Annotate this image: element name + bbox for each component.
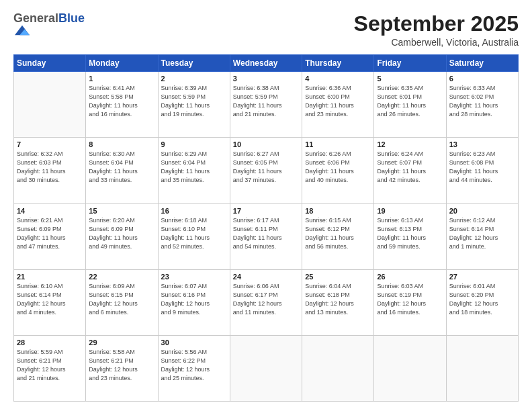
day-number: 12 (377, 140, 443, 148)
calendar-cell: 4Sunrise: 6:36 AM Sunset: 6:00 PM Daylig… (302, 72, 374, 138)
calendar-cell: 5Sunrise: 6:35 AM Sunset: 6:01 PM Daylig… (374, 72, 446, 138)
day-number: 29 (89, 338, 154, 347)
day-number: 8 (89, 140, 154, 148)
day-number: 19 (377, 207, 443, 215)
day-number: 13 (449, 140, 515, 148)
calendar-cell: 13Sunrise: 6:23 AM Sunset: 6:08 PM Dayli… (446, 138, 518, 203)
day-info: Sunrise: 6:38 AM Sunset: 5:59 PM Dayligh… (233, 84, 299, 119)
day-info: Sunrise: 6:01 AM Sunset: 6:20 PM Dayligh… (449, 282, 515, 317)
calendar-cell: 10Sunrise: 6:27 AM Sunset: 6:05 PM Dayli… (230, 138, 302, 203)
calendar-cell: 19Sunrise: 6:13 AM Sunset: 6:13 PM Dayli… (374, 203, 446, 269)
day-number: 1 (89, 75, 154, 83)
calendar-cell (14, 72, 86, 138)
calendar-cell: 29Sunrise: 5:58 AM Sunset: 6:21 PM Dayli… (86, 335, 158, 401)
title-block: September 2025 Camberwell, Victoria, Aus… (354, 12, 519, 48)
day-info: Sunrise: 6:17 AM Sunset: 6:11 PM Dayligh… (233, 216, 299, 251)
calendar-cell (374, 335, 446, 401)
calendar-week-row: 1Sunrise: 6:41 AM Sunset: 5:58 PM Daylig… (14, 72, 519, 138)
header: GeneralBlue September 2025 Camberwell, V… (13, 12, 519, 48)
calendar-week-row: 14Sunrise: 6:21 AM Sunset: 6:09 PM Dayli… (14, 203, 519, 269)
calendar-cell: 14Sunrise: 6:21 AM Sunset: 6:09 PM Dayli… (14, 203, 86, 269)
day-number: 18 (305, 207, 371, 215)
day-info: Sunrise: 6:30 AM Sunset: 6:04 PM Dayligh… (89, 150, 154, 185)
calendar-cell: 8Sunrise: 6:30 AM Sunset: 6:04 PM Daylig… (86, 138, 158, 203)
day-info: Sunrise: 6:32 AM Sunset: 6:03 PM Dayligh… (17, 150, 83, 185)
day-number: 10 (233, 140, 299, 148)
day-number: 26 (377, 273, 443, 281)
day-info: Sunrise: 5:59 AM Sunset: 6:21 PM Dayligh… (17, 348, 83, 383)
logo-blue: Blue (58, 11, 85, 25)
day-info: Sunrise: 6:20 AM Sunset: 6:09 PM Dayligh… (89, 216, 154, 251)
day-info: Sunrise: 6:10 AM Sunset: 6:14 PM Dayligh… (17, 282, 83, 317)
weekday-header-sunday: Sunday (14, 55, 86, 72)
calendar-cell: 18Sunrise: 6:15 AM Sunset: 6:12 PM Dayli… (302, 203, 374, 269)
calendar-cell (302, 335, 374, 401)
calendar-cell: 28Sunrise: 5:59 AM Sunset: 6:21 PM Dayli… (14, 335, 86, 401)
calendar-cell: 21Sunrise: 6:10 AM Sunset: 6:14 PM Dayli… (14, 269, 86, 335)
month-title: September 2025 (354, 12, 519, 36)
day-info: Sunrise: 6:39 AM Sunset: 5:59 PM Dayligh… (161, 84, 227, 119)
day-info: Sunrise: 6:12 AM Sunset: 6:14 PM Dayligh… (449, 216, 515, 251)
calendar-week-row: 28Sunrise: 5:59 AM Sunset: 6:21 PM Dayli… (14, 335, 519, 401)
day-number: 4 (305, 75, 371, 83)
day-info: Sunrise: 6:21 AM Sunset: 6:09 PM Dayligh… (17, 216, 83, 251)
day-info: Sunrise: 6:07 AM Sunset: 6:16 PM Dayligh… (161, 282, 227, 317)
weekday-header-row: SundayMondayTuesdayWednesdayThursdayFrid… (14, 55, 519, 72)
weekday-header-thursday: Thursday (302, 55, 374, 72)
page: GeneralBlue September 2025 Camberwell, V… (0, 0, 532, 411)
calendar-cell: 27Sunrise: 6:01 AM Sunset: 6:20 PM Dayli… (446, 269, 518, 335)
calendar-cell: 1Sunrise: 6:41 AM Sunset: 5:58 PM Daylig… (86, 72, 158, 138)
calendar-cell: 17Sunrise: 6:17 AM Sunset: 6:11 PM Dayli… (230, 203, 302, 269)
day-info: Sunrise: 6:13 AM Sunset: 6:13 PM Dayligh… (377, 216, 443, 251)
day-info: Sunrise: 6:41 AM Sunset: 5:58 PM Dayligh… (89, 84, 154, 119)
day-number: 6 (449, 75, 515, 83)
day-info: Sunrise: 6:15 AM Sunset: 6:12 PM Dayligh… (305, 216, 371, 251)
calendar-cell: 11Sunrise: 6:26 AM Sunset: 6:06 PM Dayli… (302, 138, 374, 203)
day-number: 30 (161, 338, 227, 347)
calendar-cell: 20Sunrise: 6:12 AM Sunset: 6:14 PM Dayli… (446, 203, 518, 269)
day-number: 14 (17, 207, 83, 215)
day-number: 16 (161, 207, 227, 215)
day-info: Sunrise: 6:03 AM Sunset: 6:19 PM Dayligh… (377, 282, 443, 317)
day-info: Sunrise: 6:24 AM Sunset: 6:07 PM Dayligh… (377, 150, 443, 185)
day-info: Sunrise: 6:29 AM Sunset: 6:04 PM Dayligh… (161, 150, 227, 185)
day-info: Sunrise: 6:35 AM Sunset: 6:01 PM Dayligh… (377, 84, 443, 119)
day-number: 3 (233, 75, 299, 83)
logo: GeneralBlue (13, 12, 85, 40)
calendar-cell: 26Sunrise: 6:03 AM Sunset: 6:19 PM Dayli… (374, 269, 446, 335)
day-info: Sunrise: 6:27 AM Sunset: 6:05 PM Dayligh… (233, 150, 299, 185)
day-info: Sunrise: 6:09 AM Sunset: 6:15 PM Dayligh… (89, 282, 154, 317)
calendar-cell: 7Sunrise: 6:32 AM Sunset: 6:03 PM Daylig… (14, 138, 86, 203)
day-number: 21 (17, 273, 83, 281)
weekday-header-wednesday: Wednesday (230, 55, 302, 72)
weekday-header-saturday: Saturday (446, 55, 518, 72)
day-number: 24 (233, 273, 299, 281)
day-info: Sunrise: 6:23 AM Sunset: 6:08 PM Dayligh… (449, 150, 515, 185)
day-info: Sunrise: 6:06 AM Sunset: 6:17 PM Dayligh… (233, 282, 299, 317)
day-number: 17 (233, 207, 299, 215)
day-info: Sunrise: 6:36 AM Sunset: 6:00 PM Dayligh… (305, 84, 371, 119)
day-info: Sunrise: 5:58 AM Sunset: 6:21 PM Dayligh… (89, 348, 154, 383)
calendar-cell: 6Sunrise: 6:33 AM Sunset: 6:02 PM Daylig… (446, 72, 518, 138)
day-info: Sunrise: 6:33 AM Sunset: 6:02 PM Dayligh… (449, 84, 515, 119)
day-number: 22 (89, 273, 154, 281)
calendar-cell: 25Sunrise: 6:04 AM Sunset: 6:18 PM Dayli… (302, 269, 374, 335)
weekday-header-monday: Monday (86, 55, 158, 72)
calendar-cell (446, 335, 518, 401)
day-info: Sunrise: 6:26 AM Sunset: 6:06 PM Dayligh… (305, 150, 371, 185)
calendar-cell: 12Sunrise: 6:24 AM Sunset: 6:07 PM Dayli… (374, 138, 446, 203)
weekday-header-tuesday: Tuesday (158, 55, 230, 72)
weekday-header-friday: Friday (374, 55, 446, 72)
location: Camberwell, Victoria, Australia (354, 37, 519, 48)
calendar-cell: 30Sunrise: 5:56 AM Sunset: 6:22 PM Dayli… (158, 335, 230, 401)
calendar-cell: 15Sunrise: 6:20 AM Sunset: 6:09 PM Dayli… (86, 203, 158, 269)
calendar-week-row: 21Sunrise: 6:10 AM Sunset: 6:14 PM Dayli… (14, 269, 519, 335)
day-number: 2 (161, 75, 227, 83)
day-info: Sunrise: 6:18 AM Sunset: 6:10 PM Dayligh… (161, 216, 227, 251)
calendar-cell: 24Sunrise: 6:06 AM Sunset: 6:17 PM Dayli… (230, 269, 302, 335)
calendar-cell: 3Sunrise: 6:38 AM Sunset: 5:59 PM Daylig… (230, 72, 302, 138)
day-number: 5 (377, 75, 443, 83)
day-number: 28 (17, 338, 83, 347)
calendar-cell: 16Sunrise: 6:18 AM Sunset: 6:10 PM Dayli… (158, 203, 230, 269)
calendar-cell: 22Sunrise: 6:09 AM Sunset: 6:15 PM Dayli… (86, 269, 158, 335)
